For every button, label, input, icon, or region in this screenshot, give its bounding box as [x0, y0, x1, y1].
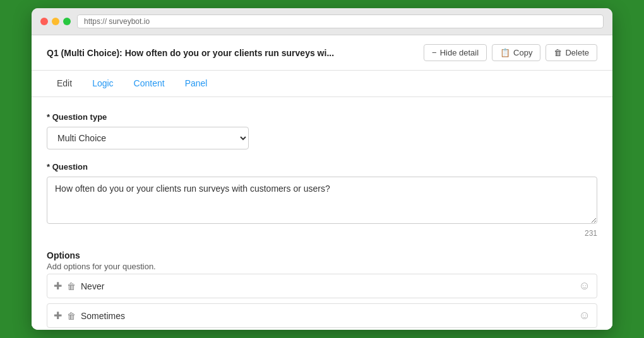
question-group: * Question 231 [47, 162, 597, 238]
browser-window: https:// surveybot.io Q1 (Multi Choice):… [32, 8, 612, 330]
options-section: Options Add options for your question. ✚… [47, 250, 597, 330]
tab-panel[interactable]: Panel [175, 71, 218, 97]
close-button[interactable] [40, 18, 48, 25]
delete-option-icon[interactable]: 🗑 [67, 281, 76, 291]
browser-content: Q1 (Multi Choice): How often do you or y… [32, 35, 612, 330]
question-type-select-wrapper: Multi Choice Single Choice Text Rating D… [47, 127, 249, 149]
copy-label: Copy [513, 48, 532, 57]
option-row: ✚ 🗑 Sometimes ☺ [47, 303, 597, 328]
options-title-group: Options Add options for your question. [47, 250, 156, 271]
tab-logic[interactable]: Logic [82, 71, 123, 97]
maximize-button[interactable] [63, 18, 71, 25]
copy-button[interactable]: 📋 Copy [492, 44, 540, 61]
emoji-icon[interactable]: ☺ [579, 309, 590, 322]
question-label: * Question [47, 162, 597, 172]
question-title: Q1 (Multi Choice): How often do you or y… [47, 48, 334, 58]
question-type-group: * Question type Multi Choice Single Choi… [47, 112, 597, 149]
delete-button[interactable]: 🗑 Delete [546, 44, 597, 61]
address-bar[interactable]: https:// surveybot.io [77, 15, 604, 28]
question-header: Q1 (Multi Choice): How often do you or y… [32, 35, 612, 71]
form-body: * Question type Multi Choice Single Choi… [32, 97, 612, 330]
tab-content[interactable]: Content [124, 71, 175, 97]
delete-option-icon[interactable]: 🗑 [67, 311, 76, 321]
question-type-select[interactable]: Multi Choice Single Choice Text Rating D… [47, 127, 249, 149]
drag-icon[interactable]: ✚ [54, 310, 62, 322]
textarea-wrapper: 231 [47, 177, 597, 238]
minus-icon: − [432, 48, 437, 57]
char-count: 231 [47, 229, 597, 238]
options-header: Options Add options for your question. [47, 250, 597, 271]
options-title: Options [47, 250, 156, 260]
trash-icon: 🗑 [554, 48, 562, 57]
traffic-lights [40, 18, 71, 25]
option-text: Sometimes [81, 311, 574, 321]
copy-icon: 📋 [500, 48, 510, 57]
hide-detail-button[interactable]: − Hide detail [424, 44, 487, 61]
tab-edit[interactable]: Edit [47, 71, 82, 97]
hide-detail-label: Hide detail [440, 48, 479, 57]
option-row: ✚ 🗑 Never ☺ [47, 274, 597, 298]
main-content: Edit Logic Content Panel * Question type… [32, 71, 612, 330]
minimize-button[interactable] [52, 18, 59, 25]
drag-icon[interactable]: ✚ [54, 280, 62, 292]
emoji-icon[interactable]: ☺ [579, 279, 590, 293]
delete-label: Delete [565, 48, 589, 57]
browser-chrome: https:// surveybot.io [32, 8, 612, 35]
option-text: Never [81, 281, 574, 291]
question-type-label: * Question type [47, 112, 597, 122]
header-actions: − Hide detail 📋 Copy 🗑 Delete [424, 44, 597, 61]
options-subtitle: Add options for your question. [47, 262, 156, 271]
question-textarea[interactable] [47, 177, 597, 224]
tabs-bar: Edit Logic Content Panel [32, 71, 612, 97]
